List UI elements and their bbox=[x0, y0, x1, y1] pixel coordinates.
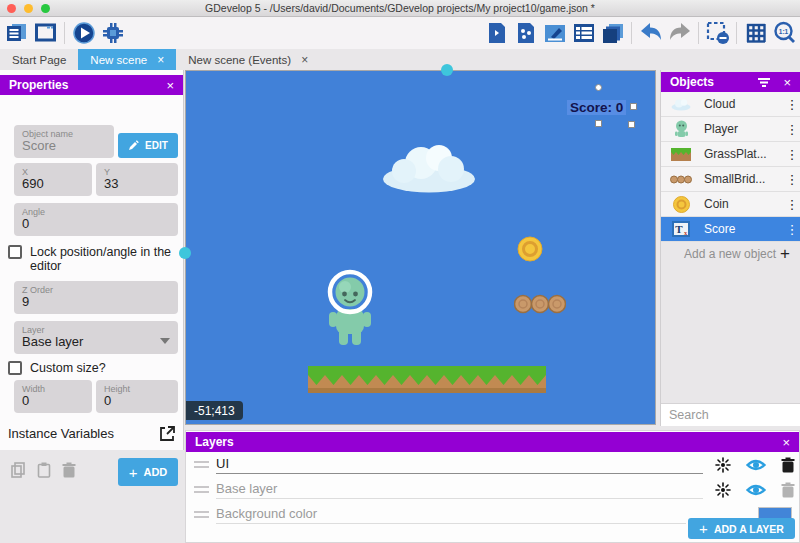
publish-icon[interactable] bbox=[512, 20, 539, 47]
svg-text:T: T bbox=[675, 223, 683, 235]
object-menu-icon[interactable]: ⋮ bbox=[784, 147, 800, 162]
text-object-icon: Tx bbox=[670, 221, 692, 237]
scene-canvas[interactable]: Score: 0 -51;413 bbox=[185, 70, 656, 425]
tab-start-page[interactable]: Start Page bbox=[0, 49, 78, 70]
object-row-cloud[interactable]: Cloud ⋮ bbox=[661, 92, 800, 117]
grass-platform-object[interactable] bbox=[308, 366, 546, 393]
add-variable-button[interactable]: + ADD bbox=[118, 458, 178, 486]
player-object[interactable] bbox=[325, 267, 375, 347]
delete-layer-icon[interactable] bbox=[781, 482, 795, 498]
layer-effects-icon[interactable] bbox=[715, 482, 731, 498]
drag-handle-icon[interactable] bbox=[194, 508, 209, 521]
close-window-button[interactable] bbox=[7, 4, 16, 13]
undo-icon[interactable] bbox=[637, 20, 664, 47]
layer-visibility-icon[interactable] bbox=[746, 483, 766, 497]
objects-list-icon[interactable] bbox=[599, 20, 626, 47]
close-tab-icon[interactable]: × bbox=[301, 54, 308, 66]
tab-label: New scene bbox=[90, 54, 147, 66]
object-name-field[interactable]: Object name Score bbox=[14, 125, 114, 158]
add-layer-button[interactable]: + ADD A LAYER bbox=[688, 518, 795, 539]
properties-header: Properties × bbox=[0, 75, 183, 95]
height-field[interactable]: Height 0 bbox=[96, 380, 178, 413]
search-input[interactable] bbox=[669, 408, 800, 422]
selection-handle-top[interactable] bbox=[595, 84, 602, 91]
layers-panel: Layers × UI Base layer Background color … bbox=[185, 430, 800, 543]
minimize-window-button[interactable] bbox=[24, 4, 33, 13]
panel-resize-handle-left[interactable] bbox=[179, 247, 191, 259]
layer-row-base[interactable]: Base layer bbox=[186, 477, 799, 502]
player-icon bbox=[670, 120, 692, 139]
close-panel-icon[interactable]: × bbox=[782, 435, 790, 450]
custom-size-checkbox[interactable] bbox=[8, 361, 22, 375]
layer-visibility-icon[interactable] bbox=[746, 458, 766, 472]
layer-name-field[interactable]: Base layer bbox=[216, 481, 703, 499]
filter-icon[interactable] bbox=[757, 77, 771, 88]
object-row-coin[interactable]: Coin ⋮ bbox=[661, 192, 800, 217]
edit-object-button[interactable]: EDIT bbox=[118, 133, 178, 158]
edit-scene-icon[interactable] bbox=[541, 20, 568, 47]
cloud-object[interactable] bbox=[381, 143, 477, 193]
drag-handle-icon[interactable] bbox=[194, 483, 209, 496]
object-row-grassplatform[interactable]: GrassPlat... ⋮ bbox=[661, 142, 800, 167]
export-icon[interactable] bbox=[483, 20, 510, 47]
add-new-object-button[interactable]: Add a new object + bbox=[661, 242, 800, 265]
scene-editor-icon[interactable] bbox=[32, 20, 59, 47]
redo-icon[interactable] bbox=[666, 20, 693, 47]
z-order-field[interactable]: Z Order 9 bbox=[14, 281, 178, 314]
score-text-object[interactable]: Score: 0 bbox=[567, 100, 626, 115]
selection-handle-right[interactable] bbox=[630, 103, 637, 110]
small-bridge-object[interactable] bbox=[514, 293, 566, 315]
width-field[interactable]: Width 0 bbox=[14, 380, 92, 413]
tab-new-scene-events[interactable]: New scene (Events) × bbox=[176, 49, 320, 70]
zoom-window-button[interactable] bbox=[41, 4, 50, 13]
open-in-new-icon[interactable] bbox=[159, 425, 176, 442]
tab-label: New scene (Events) bbox=[188, 54, 291, 66]
editor-tabs: Start Page New scene × New scene (Events… bbox=[0, 49, 800, 70]
grid-icon[interactable] bbox=[742, 20, 769, 47]
drag-handle-icon[interactable] bbox=[194, 458, 209, 471]
small-bridge-icon bbox=[670, 175, 692, 184]
project-manager-icon[interactable] bbox=[3, 20, 30, 47]
layer-name-field[interactable]: Background color bbox=[216, 506, 686, 524]
coin-icon bbox=[670, 196, 692, 213]
layer-select[interactable]: Layer Base layer bbox=[14, 321, 178, 354]
objects-search[interactable] bbox=[661, 403, 800, 426]
object-menu-icon[interactable]: ⋮ bbox=[784, 172, 800, 187]
selection-handle-corner[interactable] bbox=[628, 121, 635, 128]
tab-new-scene[interactable]: New scene × bbox=[78, 49, 176, 70]
pencil-icon bbox=[128, 140, 139, 151]
object-row-score[interactable]: Tx Score ⋮ bbox=[661, 217, 800, 242]
grass-platform-icon bbox=[670, 148, 692, 161]
zoom-1to1-icon[interactable]: 1:1 bbox=[771, 20, 798, 47]
object-menu-icon[interactable]: ⋮ bbox=[784, 222, 800, 237]
layer-name-field[interactable]: UI bbox=[216, 456, 703, 474]
object-row-player[interactable]: Player ⋮ bbox=[661, 117, 800, 142]
angle-field[interactable]: Angle 0 bbox=[14, 203, 178, 236]
tab-label: Start Page bbox=[12, 54, 66, 66]
x-field[interactable]: X 690 bbox=[14, 163, 92, 196]
events-icon[interactable] bbox=[570, 20, 597, 47]
play-icon[interactable] bbox=[70, 20, 97, 47]
lock-position-checkbox[interactable] bbox=[8, 245, 22, 259]
panel-resize-handle-top[interactable] bbox=[441, 64, 453, 76]
paste-icon[interactable] bbox=[36, 462, 52, 478]
close-tab-icon[interactable]: × bbox=[157, 54, 164, 66]
coin-object[interactable] bbox=[517, 236, 543, 262]
close-panel-icon[interactable]: × bbox=[166, 78, 174, 93]
object-menu-icon[interactable]: ⋮ bbox=[784, 97, 800, 112]
close-panel-icon[interactable]: × bbox=[783, 75, 791, 90]
deselect-icon[interactable] bbox=[704, 20, 731, 47]
y-field[interactable]: Y 33 bbox=[96, 163, 178, 196]
copy-icon[interactable] bbox=[10, 462, 26, 478]
layer-row-ui[interactable]: UI bbox=[186, 452, 799, 477]
debug-icon[interactable] bbox=[99, 20, 126, 47]
caret-down-icon bbox=[160, 338, 170, 344]
layer-effects-icon[interactable] bbox=[715, 457, 731, 473]
trash-icon[interactable] bbox=[62, 462, 76, 478]
selection-handle-bottom[interactable] bbox=[595, 120, 602, 127]
object-menu-icon[interactable]: ⋮ bbox=[784, 122, 800, 137]
lock-position-label: Lock position/angle in the editor bbox=[30, 245, 180, 273]
delete-layer-icon[interactable] bbox=[781, 457, 795, 473]
object-row-smallbridge[interactable]: SmallBrid... ⋮ bbox=[661, 167, 800, 192]
object-menu-icon[interactable]: ⋮ bbox=[784, 197, 800, 212]
